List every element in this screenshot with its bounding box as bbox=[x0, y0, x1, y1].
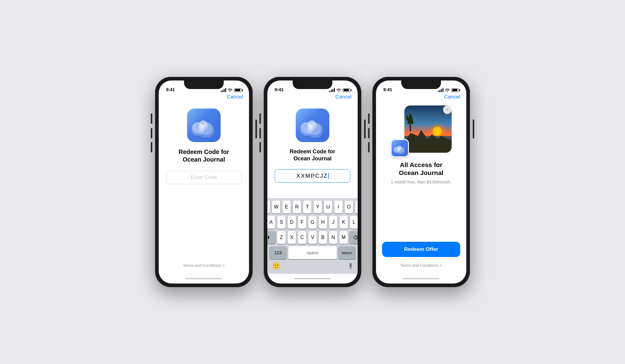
key-j[interactable]: J bbox=[329, 216, 338, 229]
redeem-title: Redeem Code for Ocean Journal bbox=[290, 148, 335, 162]
key-d[interactable]: D bbox=[287, 216, 296, 229]
emoji-button[interactable]: 🙂 bbox=[272, 262, 280, 270]
code-input[interactable]: Enter Code bbox=[166, 171, 242, 184]
battery-icon bbox=[234, 88, 242, 92]
wifi-icon bbox=[228, 88, 233, 92]
signal-icon bbox=[221, 88, 226, 92]
phone-3: 9:41 Cancel bbox=[372, 77, 470, 287]
status-icons bbox=[221, 88, 242, 92]
svg-rect-19 bbox=[410, 122, 411, 131]
key-u[interactable]: U bbox=[324, 201, 332, 213]
status-icons bbox=[329, 88, 350, 92]
key-o[interactable]: O bbox=[345, 201, 353, 213]
key-space[interactable]: space bbox=[288, 246, 337, 259]
key-k[interactable]: K bbox=[339, 216, 348, 229]
battery-icon bbox=[451, 88, 459, 92]
code-input-active[interactable]: XXMPCJZ bbox=[275, 169, 350, 183]
keyboard-row-2: A S D F G H J K L bbox=[269, 216, 356, 229]
key-h[interactable]: H bbox=[319, 216, 327, 229]
keyboard-emoji-row: 🙂 bbox=[269, 262, 356, 273]
key-e[interactable]: E bbox=[282, 201, 291, 213]
key-m[interactable]: M bbox=[339, 231, 348, 244]
ocean-journal-icon bbox=[300, 113, 325, 137]
terms-link[interactable]: Terms and Conditions > bbox=[183, 263, 225, 268]
key-a[interactable]: A bbox=[267, 216, 275, 229]
phone-1: 9:41 Cancel bbox=[155, 77, 253, 287]
key-g[interactable]: G bbox=[308, 216, 317, 229]
key-n[interactable]: N bbox=[329, 231, 338, 244]
redeem-section: Redeem Offer bbox=[376, 242, 466, 259]
code-placeholder: Enter Code bbox=[191, 174, 217, 180]
offer-subtitle: 1 month free, then $4.99/month. bbox=[391, 180, 451, 184]
screen-content: + All Access for Ocean Journal 1 month f… bbox=[376, 102, 466, 242]
status-icons bbox=[438, 88, 459, 92]
key-y[interactable]: Y bbox=[313, 201, 322, 213]
svg-point-11 bbox=[308, 120, 316, 128]
cancel-button[interactable]: Cancel bbox=[227, 94, 243, 100]
app-icon bbox=[296, 109, 329, 142]
cancel-button[interactable]: Cancel bbox=[335, 94, 352, 100]
key-i[interactable]: I bbox=[334, 201, 343, 213]
offer-image-container: + bbox=[391, 105, 452, 157]
key-f[interactable]: F bbox=[298, 216, 306, 229]
terms-link[interactable]: Terms and Conditions > bbox=[400, 263, 442, 268]
phone-2: 9:41 Cancel bbox=[264, 77, 361, 287]
screen-footer: Terms and Conditions > bbox=[159, 259, 249, 274]
status-time: 9:41 bbox=[166, 87, 175, 92]
cancel-button[interactable]: Cancel bbox=[444, 94, 460, 100]
key-t[interactable]: T bbox=[303, 201, 312, 213]
key-r[interactable]: R bbox=[293, 201, 301, 213]
nav-bar: Cancel bbox=[376, 94, 466, 102]
keyboard-row-3: ⬆ Z X C V B N M ⌫ bbox=[269, 231, 356, 244]
screen-footer: Terms and Conditions > bbox=[376, 261, 466, 274]
home-indicator bbox=[159, 274, 249, 284]
code-value: XXMPCJZ bbox=[296, 173, 328, 179]
status-time: 9:41 bbox=[383, 87, 392, 92]
notch bbox=[293, 80, 332, 89]
svg-rect-12 bbox=[350, 263, 352, 267]
key-z[interactable]: Z bbox=[277, 231, 286, 244]
offer-app-icon bbox=[391, 139, 409, 157]
key-x[interactable]: X bbox=[287, 231, 296, 244]
key-w[interactable]: W bbox=[272, 201, 280, 213]
svg-point-5 bbox=[200, 120, 207, 128]
key-l[interactable]: L bbox=[350, 216, 358, 229]
mic-button[interactable] bbox=[349, 262, 353, 270]
plus-button[interactable]: + bbox=[443, 105, 452, 114]
key-q[interactable]: Q bbox=[267, 201, 270, 213]
keyboard-row-1: Q W E R T Y U I O P bbox=[269, 201, 356, 213]
key-p[interactable]: P bbox=[355, 201, 358, 213]
home-indicator bbox=[376, 274, 466, 284]
redeem-title: Redeem Code for Ocean Journal bbox=[179, 148, 229, 163]
battery-icon bbox=[343, 88, 350, 92]
notch bbox=[184, 80, 224, 89]
key-s[interactable]: S bbox=[277, 216, 286, 229]
key-return[interactable]: return bbox=[339, 246, 355, 259]
keyboard: Q W E R T Y U I O P A S D F G H J K L bbox=[267, 198, 358, 274]
status-time: 9:41 bbox=[275, 87, 284, 92]
wifi-icon bbox=[445, 88, 450, 92]
app-icon bbox=[187, 109, 221, 142]
ocean-journal-icon bbox=[192, 113, 216, 137]
signal-icon bbox=[438, 88, 443, 92]
nav-bar: Cancel bbox=[159, 94, 249, 102]
signal-icon bbox=[329, 88, 335, 92]
key-c[interactable]: C bbox=[298, 231, 306, 244]
redeem-offer-button[interactable]: Redeem Offer bbox=[382, 242, 460, 257]
text-cursor bbox=[328, 173, 329, 179]
key-123[interactable]: 123 bbox=[270, 246, 286, 259]
screen-content: Redeem Code for Ocean Journal XXMPCJZ bbox=[267, 102, 358, 198]
ocean-journal-small-icon bbox=[394, 142, 406, 154]
nav-bar: Cancel bbox=[267, 94, 358, 102]
screen-content: Redeem Code for Ocean Journal Enter Code bbox=[159, 102, 249, 259]
key-shift[interactable]: ⬆ bbox=[267, 231, 275, 244]
key-b[interactable]: B bbox=[319, 231, 327, 244]
notch bbox=[401, 80, 441, 89]
home-indicator bbox=[267, 274, 358, 284]
keyboard-row-4: 123 space return bbox=[269, 246, 356, 259]
wifi-icon bbox=[336, 88, 341, 92]
svg-point-25 bbox=[398, 146, 401, 149]
offer-title: All Access for Ocean Journal bbox=[399, 161, 443, 177]
key-delete[interactable]: ⌫ bbox=[350, 231, 358, 244]
key-v[interactable]: V bbox=[308, 231, 317, 244]
